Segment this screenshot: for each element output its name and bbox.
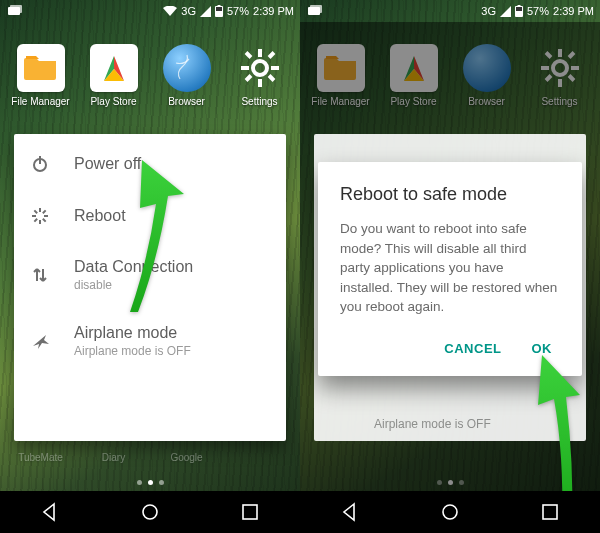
app-diary[interactable]: Diary — [82, 452, 146, 463]
battery-percent: 57% — [527, 5, 549, 17]
home-button[interactable] — [420, 491, 480, 533]
menu-item-subtitle: Airplane mode is OFF — [74, 344, 191, 358]
svg-rect-16 — [39, 208, 41, 212]
back-button[interactable] — [320, 491, 380, 533]
svg-rect-25 — [243, 505, 257, 519]
dialog-body: Do you want to reboot into safe mode? Th… — [340, 219, 560, 317]
back-button[interactable] — [20, 491, 80, 533]
app-label: Diary — [102, 452, 125, 463]
clock: 2:39 PM — [253, 5, 294, 17]
svg-point-40 — [443, 505, 457, 519]
svg-point-5 — [253, 61, 267, 75]
svg-rect-12 — [267, 51, 275, 59]
airplane-icon — [30, 331, 50, 351]
right-phone: 3G 57% 2:39 PM File Manager — [300, 0, 600, 533]
svg-rect-11 — [267, 74, 275, 82]
svg-rect-1 — [10, 5, 22, 13]
message-icon — [308, 5, 322, 17]
app-row: File Manager Play Store Browser Settings — [0, 44, 300, 107]
data-connection-icon — [30, 265, 50, 285]
menu-item-title: Airplane mode — [74, 324, 191, 342]
svg-point-24 — [143, 505, 157, 519]
app-settings[interactable]: Settings — [228, 44, 292, 107]
svg-rect-30 — [516, 7, 522, 11]
app-tubemate[interactable]: TubeMate — [9, 452, 73, 463]
svg-rect-10 — [244, 51, 252, 59]
battery-icon — [515, 5, 523, 17]
app-play-store[interactable]: Play Store — [82, 44, 146, 107]
app-label: File Manager — [11, 96, 69, 107]
svg-rect-22 — [32, 215, 36, 217]
svg-rect-20 — [39, 220, 41, 224]
status-bar: 3G 57% 2:39 PM — [0, 0, 300, 22]
dialog-title: Reboot to safe mode — [340, 184, 560, 205]
network-type: 3G — [481, 5, 496, 17]
battery-icon — [215, 5, 223, 17]
status-bar: 3G 57% 2:39 PM — [300, 0, 600, 22]
svg-rect-7 — [258, 79, 262, 87]
page-indicator — [0, 480, 300, 485]
svg-rect-21 — [34, 218, 38, 222]
app-label: TubeMate — [18, 452, 63, 463]
app-label: Settings — [241, 96, 277, 107]
svg-rect-17 — [42, 210, 46, 214]
app-file-manager[interactable]: File Manager — [9, 44, 73, 107]
reboot-icon — [30, 206, 50, 226]
svg-rect-41 — [543, 505, 557, 519]
left-phone: 3G 57% 2:39 PM File Manager — [0, 0, 300, 533]
message-icon — [8, 5, 22, 17]
settings-gear-icon — [236, 44, 284, 92]
svg-rect-9 — [271, 66, 279, 70]
navigation-bar — [0, 491, 300, 533]
svg-rect-27 — [310, 5, 322, 13]
app-row-lower: TubeMate Diary Google — [0, 452, 300, 463]
battery-percent: 57% — [227, 5, 249, 17]
home-button[interactable] — [120, 491, 180, 533]
annotation-arrow — [110, 160, 200, 312]
app-browser[interactable]: Browser — [155, 44, 219, 107]
svg-rect-19 — [42, 218, 46, 222]
network-type: 3G — [181, 5, 196, 17]
dual-screenshot-container: 3G 57% 2:39 PM File Manager — [0, 0, 600, 533]
safe-mode-dialog: Reboot to safe mode Do you want to reboo… — [318, 162, 582, 376]
signal-icon — [200, 6, 211, 17]
svg-rect-8 — [241, 66, 249, 70]
power-icon — [30, 154, 50, 174]
svg-rect-6 — [258, 49, 262, 57]
svg-rect-18 — [44, 215, 48, 217]
clock: 2:39 PM — [553, 5, 594, 17]
browser-icon — [163, 44, 211, 92]
app-label: Google — [170, 452, 202, 463]
folder-icon — [17, 44, 65, 92]
recent-button[interactable] — [220, 491, 280, 533]
svg-rect-23 — [34, 210, 38, 214]
svg-rect-3 — [218, 5, 221, 7]
play-store-icon — [90, 44, 138, 92]
recent-button[interactable] — [520, 491, 580, 533]
svg-rect-29 — [518, 5, 521, 7]
navigation-bar — [300, 491, 600, 533]
app-google[interactable]: Google — [155, 452, 219, 463]
svg-rect-13 — [244, 74, 252, 82]
svg-rect-4 — [216, 7, 222, 11]
cancel-button[interactable]: CANCEL — [440, 333, 505, 364]
wifi-icon — [163, 6, 177, 17]
airplane-mode-item[interactable]: Airplane mode Airplane mode is OFF — [14, 308, 286, 374]
app-label: Browser — [168, 96, 205, 107]
signal-icon — [500, 6, 511, 17]
app-label: Play Store — [90, 96, 136, 107]
